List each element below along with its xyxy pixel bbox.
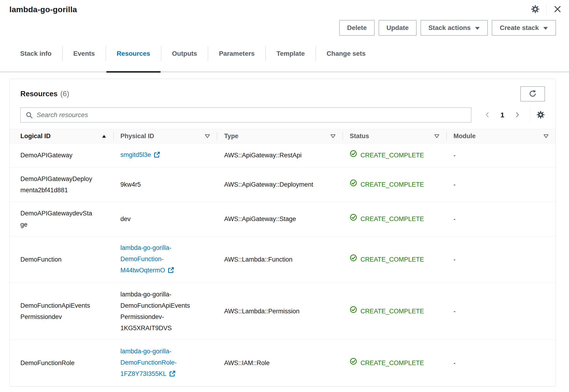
physical-id-link[interactable]: lambda-go-gorilla- DemoFunctionRole- 1FZ… <box>120 348 177 377</box>
status-cell: CREATE_COMPLETE <box>343 236 446 283</box>
table-row: DemoAPIGatewayDeploy menta2bf41d881 9kw4… <box>10 168 556 202</box>
status-text: CREATE_COMPLETE <box>360 150 424 161</box>
logical-id-cell: DemoAPIGatewaydevSta ge <box>10 202 113 236</box>
tab-label: Change sets <box>327 50 366 57</box>
gear-icon <box>536 111 545 120</box>
chevron-left-icon <box>484 111 491 119</box>
status-text: CREATE_COMPLETE <box>360 306 424 317</box>
column-label: Status <box>350 133 369 140</box>
status-text: CREATE_COMPLETE <box>360 179 424 190</box>
tab-outputs[interactable]: Outputs <box>161 46 208 61</box>
physical-id-link[interactable]: lambda-go-gorilla- DemoFunction- M44twOq… <box>120 244 174 274</box>
status-cell: CREATE_COMPLETE <box>343 143 446 168</box>
status-cell: CREATE_COMPLETE <box>343 283 446 340</box>
tab-template[interactable]: Template <box>265 46 316 61</box>
panel-title: Resources <box>20 90 58 98</box>
page-title: lambda-go-gorilla <box>9 5 77 14</box>
caret-down-icon <box>475 24 480 32</box>
refresh-button[interactable] <box>521 86 545 101</box>
stack-actions-button[interactable]: Stack actions <box>421 20 488 36</box>
logical-id-cell: DemoAPIGateway <box>10 143 113 168</box>
module-cell: - <box>446 283 556 340</box>
status-text: CREATE_COMPLETE <box>360 357 424 369</box>
module-cell: - <box>446 236 556 283</box>
caret-up-filled-icon <box>102 133 106 140</box>
close-button[interactable] <box>553 5 562 14</box>
delete-button-label: Delete <box>347 24 367 32</box>
pager-divider <box>530 108 530 122</box>
tab-label: Outputs <box>172 50 197 57</box>
column-label: Logical ID <box>20 133 51 140</box>
search-icon <box>26 112 33 120</box>
physical-id-cell: lambda-go-gorilla- DemoFunction- M44twOq… <box>113 236 217 283</box>
type-cell: AWS::Lambda::Permission <box>217 283 343 340</box>
external-link-icon <box>154 152 160 159</box>
type-cell: AWS::Lambda::Function <box>217 236 343 283</box>
table-header-row: Logical ID Physical ID Type <box>10 129 556 143</box>
resource-count: (6) <box>60 90 69 98</box>
search-input[interactable] <box>20 108 471 123</box>
create-stack-button[interactable]: Create stack <box>492 20 556 36</box>
caret-down-icon <box>543 24 548 32</box>
resources-table: Logical ID Physical ID Type <box>10 129 556 386</box>
status-cell: CREATE_COMPLETE <box>343 168 446 202</box>
stack-tabs: Stack info Events Resources Outputs Para… <box>0 46 569 72</box>
physical-id-cell: smgitd5l3e <box>113 143 217 168</box>
next-page-button[interactable] <box>512 111 522 119</box>
check-circle-icon <box>350 150 357 161</box>
refresh-icon <box>528 89 537 99</box>
check-circle-icon <box>350 357 357 369</box>
delete-button[interactable]: Delete <box>339 20 375 36</box>
table-preferences-button[interactable] <box>536 111 545 120</box>
status-text: CREATE_COMPLETE <box>360 254 424 265</box>
stack-detail-header: lambda-go-gorilla <box>0 0 569 17</box>
tab-events[interactable]: Events <box>62 46 106 61</box>
status-cell: CREATE_COMPLETE <box>343 340 446 386</box>
check-circle-icon <box>350 179 357 190</box>
physical-id-link[interactable]: smgitd5l3e <box>120 151 160 158</box>
type-cell: AWS::IAM::Role <box>217 340 343 386</box>
external-link-icon <box>168 268 174 275</box>
caret-down-outline-icon <box>434 133 439 140</box>
table-row: DemoAPIGatewaydevSta ge dev AWS::ApiGate… <box>10 202 556 236</box>
status-cell: CREATE_COMPLETE <box>343 202 446 236</box>
column-label: Type <box>224 133 238 140</box>
column-header-module[interactable]: Module <box>446 129 556 143</box>
module-cell: - <box>446 143 556 168</box>
type-cell: AWS::ApiGateway::RestApi <box>217 143 343 168</box>
tab-change-sets[interactable]: Change sets <box>316 46 377 61</box>
page-number: 1 <box>500 111 504 119</box>
caret-down-outline-icon <box>543 133 549 140</box>
stack-actions-toolbar: Delete Update Stack actions Create stack <box>0 17 569 36</box>
column-label: Physical ID <box>120 133 154 140</box>
tab-label: Stack info <box>20 50 52 57</box>
tab-resources[interactable]: Resources <box>106 46 161 61</box>
physical-id-cell: lambda-go-gorilla- DemoFunctionApiEvents… <box>113 283 217 340</box>
table-row: DemoFunctionRole lambda-go-gorilla- Demo… <box>10 340 556 386</box>
column-header-logical-id[interactable]: Logical ID <box>10 129 113 143</box>
external-link-icon <box>169 371 175 378</box>
pagination: 1 <box>482 108 545 122</box>
column-header-type[interactable]: Type <box>217 129 343 143</box>
module-cell: - <box>446 202 556 236</box>
close-icon <box>553 5 562 14</box>
tab-label: Events <box>73 50 95 57</box>
physical-id-cell: dev <box>113 202 217 236</box>
resources-panel: Resources (6) <box>9 79 556 386</box>
module-cell: - <box>446 168 556 202</box>
physical-id-cell: 9kw4r5 <box>113 168 217 202</box>
type-cell: AWS::ApiGateway::Stage <box>217 202 343 236</box>
previous-page-button[interactable] <box>482 111 492 119</box>
tab-label: Parameters <box>219 50 255 57</box>
tab-parameters[interactable]: Parameters <box>208 46 265 61</box>
caret-down-outline-icon <box>205 133 210 140</box>
settings-button[interactable] <box>531 5 540 14</box>
tab-stack-info[interactable]: Stack info <box>9 46 62 61</box>
tab-label: Resources <box>117 50 150 57</box>
update-button[interactable]: Update <box>379 20 416 36</box>
create-stack-button-label: Create stack <box>500 24 539 32</box>
column-header-status[interactable]: Status <box>343 129 446 143</box>
column-header-physical-id[interactable]: Physical ID <box>113 129 217 143</box>
table-row: DemoAPIGateway smgitd5l3e AWS::ApiGatewa… <box>10 143 556 168</box>
table-row: DemoFunctionApiEvents Permissiondev lamb… <box>10 283 556 340</box>
